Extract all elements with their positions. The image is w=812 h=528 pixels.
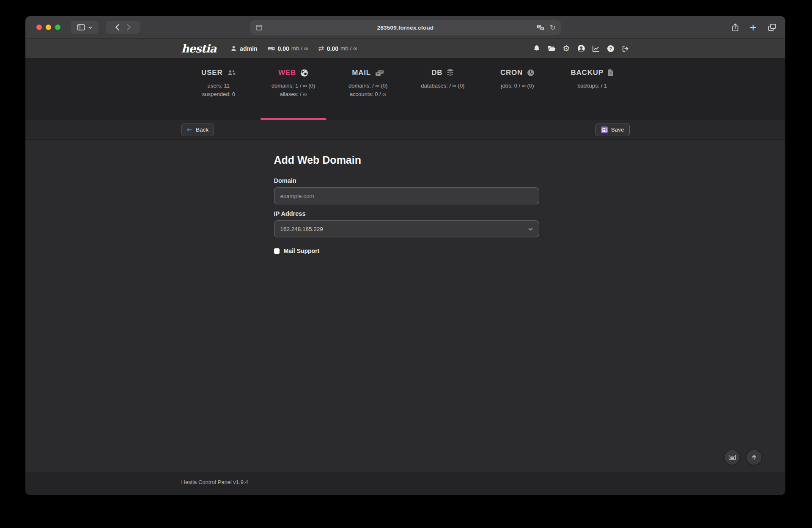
floppy-save-icon [601, 126, 608, 133]
logged-in-user[interactable]: admin [230, 45, 257, 52]
tab-web[interactable]: WEB domains: 1 / ∞ (0) aliases: / ∞ [256, 58, 331, 120]
new-tab-icon[interactable]: + [749, 23, 757, 32]
zoom-window-button[interactable] [55, 25, 60, 30]
browser-toolbar: 283509.fornex.cloud ↻ [25, 16, 785, 39]
hdd-icon [268, 45, 275, 52]
translate-icon[interactable] [537, 25, 545, 31]
close-window-button[interactable] [36, 25, 42, 30]
sidebar-icon [77, 24, 85, 30]
profile-user-circle-icon[interactable] [577, 44, 585, 52]
back-arrow-icon: ← [187, 126, 192, 133]
traffic-lights [36, 25, 60, 30]
notifications-bell-icon[interactable] [533, 44, 541, 52]
toolbar-right: + [732, 23, 776, 32]
hestia-header: hestia admin 0.00 mb [25, 39, 785, 58]
file-manager-folder-icon[interactable] [548, 44, 556, 52]
active-tab-underline [261, 118, 326, 120]
page-title: Add Web Domain [181, 140, 630, 177]
url-text: 283509.fornex.cloud [250, 25, 561, 31]
keyboard-icon [729, 455, 736, 460]
scroll-to-top-button[interactable] [747, 450, 761, 465]
statistics-chart-icon[interactable] [592, 44, 600, 52]
main-content: Add Web Domain Domain IP Address 162.248… [25, 140, 785, 472]
mail-support-label: Mail Support [284, 248, 320, 254]
domain-input[interactable] [274, 187, 539, 204]
tab-overview-icon[interactable] [768, 24, 776, 31]
forward-nav-icon[interactable] [127, 24, 131, 30]
add-web-domain-form: Domain IP Address 162.248.165.229 Mail S… [274, 177, 539, 254]
tab-backup[interactable]: BACKUP backups: / 1 [555, 58, 630, 120]
user-icon [230, 45, 237, 52]
select-chevron-icon [528, 228, 533, 231]
settings-gear-icon[interactable]: ⚙ [562, 44, 571, 52]
reload-icon[interactable]: ↻ [550, 24, 556, 31]
tab-cron[interactable]: CRON jobs: 0 / ∞ (0) [480, 58, 555, 120]
globe-icon [300, 69, 308, 77]
logout-icon[interactable] [622, 44, 630, 52]
bandwidth-usage: ⇄ 0.00 mb / ∞ [318, 45, 357, 52]
browser-window: 283509.fornex.cloud ↻ [25, 16, 785, 495]
hestia-logo[interactable]: hestia [181, 42, 217, 55]
hestia-footer: Hestia Control Panel v1.9.4 [25, 472, 785, 495]
share-icon[interactable] [732, 23, 738, 31]
up-arrow-icon [751, 454, 757, 460]
nav-buttons [106, 21, 140, 34]
action-toolbar: ← Back Save [25, 120, 785, 140]
users-icon [227, 70, 236, 76]
sidebar-toggle-button[interactable] [71, 21, 99, 34]
ip-address-value: 162.248.165.229 [280, 226, 323, 232]
save-button[interactable]: Save [595, 124, 630, 136]
domain-label: Domain [274, 177, 539, 184]
minimize-window-button[interactable] [46, 25, 51, 30]
ip-address-select[interactable]: 162.248.165.229 [274, 220, 539, 237]
svg-text:?: ? [609, 46, 612, 51]
transfer-arrows-icon: ⇄ [318, 45, 324, 52]
mail-support-checkbox[interactable] [274, 248, 280, 254]
back-button[interactable]: ← Back [181, 124, 214, 136]
backup-file-icon [608, 69, 614, 77]
ip-address-label: IP Address [274, 210, 539, 217]
tab-user[interactable]: USER users: 11 suspended: 0 [181, 58, 256, 120]
database-icon [447, 69, 454, 77]
tab-mail[interactable]: MAIL domains: / ∞ (0) accounts: 0 / ∞ [331, 58, 406, 120]
keyboard-shortcuts-button[interactable] [725, 450, 739, 465]
tab-db[interactable]: DB databases: / ∞ (0) [406, 58, 480, 120]
main-nav: USER users: 11 suspended: 0 [25, 58, 785, 120]
footer-version-text: Hestia Control Panel v1.9.4 [181, 472, 630, 485]
header-icons: ⚙ ? [533, 44, 630, 52]
disk-usage: 0.00 mb / ∞ [268, 45, 308, 52]
clock-icon [527, 69, 535, 77]
back-nav-icon[interactable] [115, 24, 119, 30]
address-bar[interactable]: 283509.fornex.cloud ↻ [250, 20, 561, 35]
mail-icon [375, 69, 384, 76]
chevron-down-icon [88, 26, 92, 29]
help-question-icon[interactable]: ? [607, 44, 615, 52]
